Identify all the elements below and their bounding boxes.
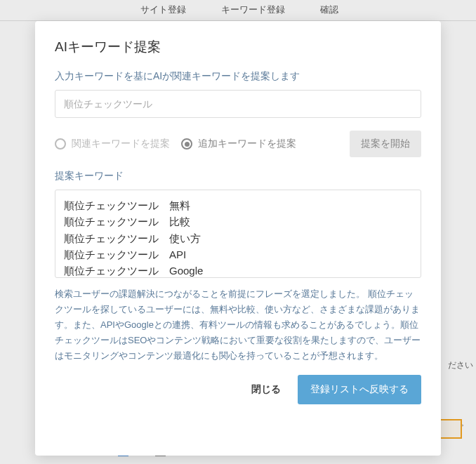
keyword-input[interactable] <box>55 90 421 118</box>
list-item: 順位チェックツール 使い方 <box>64 230 412 246</box>
list-item: 順位チェックツール 無料 <box>64 197 412 213</box>
apply-to-list-button[interactable]: 登録リストへ反映する <box>298 375 421 404</box>
ai-keyword-modal: AIキーワード提案 入力キーワードを基にAIが関連キーワードを提案します 関連キ… <box>35 21 441 456</box>
close-button[interactable]: 閉じる <box>246 376 286 403</box>
results-label: 提案キーワード <box>55 170 421 183</box>
radio-additional-label: 追加キーワードを提案 <box>198 138 296 150</box>
radio-related-label: 関連キーワードを提案 <box>72 138 170 150</box>
start-suggestion-button[interactable]: 提案を開始 <box>350 131 421 157</box>
options-row: 関連キーワードを提案 追加キーワードを提案 提案を開始 <box>55 131 421 157</box>
list-item: 順位チェックツール 比較 <box>64 213 412 230</box>
radio-icon <box>55 138 66 150</box>
modal-subtitle: 入力キーワードを基にAIが関連キーワードを提案します <box>55 70 421 83</box>
explanation-text: 検索ユーザーの課題解決につながることを前提にフレーズを選定しました。 順位チェッ… <box>55 286 421 364</box>
modal-title: AIキーワード提案 <box>55 38 421 56</box>
radio-additional-keywords[interactable]: 追加キーワードを提案 <box>181 138 296 150</box>
results-box[interactable]: 順位チェックツール 無料 順位チェックツール 比較 順位チェックツール 使い方 … <box>55 190 421 278</box>
list-item: 順位チェックツール Google <box>64 263 412 278</box>
modal-footer: 閉じる 登録リストへ反映する <box>55 375 421 404</box>
radio-icon <box>181 138 192 150</box>
list-item: 順位チェックツール API <box>64 246 412 263</box>
radio-related-keywords[interactable]: 関連キーワードを提案 <box>55 138 170 150</box>
